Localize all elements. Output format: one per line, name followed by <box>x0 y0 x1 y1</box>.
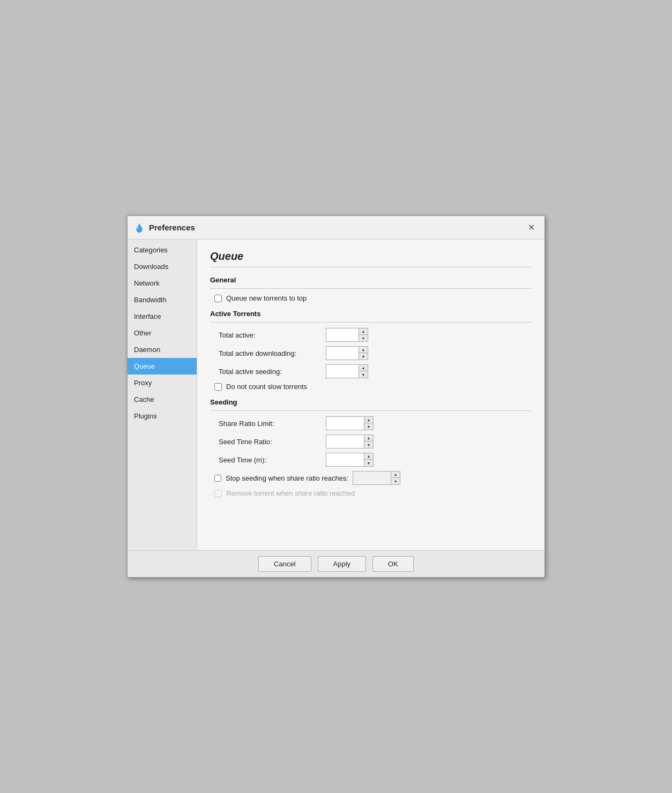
stop-seeding-spin-buttons: ▲ ▼ <box>391 472 400 484</box>
svg-point-1 <box>137 226 139 229</box>
do-not-count-slow-checkbox[interactable] <box>214 383 222 391</box>
share-ratio-limit-input[interactable]: 2.00 <box>326 417 364 430</box>
sidebar-item-daemon[interactable]: Daemon <box>128 341 197 358</box>
apply-button[interactable]: Apply <box>318 556 367 572</box>
seed-time-ratio-up[interactable]: ▲ <box>364 435 373 442</box>
window-title: Preferences <box>149 223 195 232</box>
general-divider <box>210 288 532 289</box>
seed-time-ratio-row: Seed Time Ratio: 7.00 ▲ ▼ <box>210 435 532 448</box>
seed-time-m-row: Seed Time (m): 180 ▲ ▼ <box>210 453 532 467</box>
sidebar-item-network[interactable]: Network <box>128 275 197 291</box>
sidebar-item-proxy[interactable]: Proxy <box>128 375 197 391</box>
seed-time-ratio-label: Seed Time Ratio: <box>219 438 326 446</box>
seed-time-m-spin-buttons: ▲ ▼ <box>364 453 373 466</box>
sidebar-item-cache[interactable]: Cache <box>128 391 197 408</box>
cancel-button[interactable]: Cancel <box>258 556 311 572</box>
stop-seeding-input[interactable]: 2.00 <box>353 472 391 484</box>
share-ratio-limit-spinbox: 2.00 ▲ ▼ <box>326 416 374 430</box>
do-not-count-slow-row: Do not count slow torrents <box>210 383 532 391</box>
share-ratio-limit-down[interactable]: ▼ <box>364 423 373 430</box>
sidebar-item-bandwidth[interactable]: Bandwidth <box>128 291 197 308</box>
seed-time-m-down[interactable]: ▼ <box>364 460 373 466</box>
sidebar-item-downloads[interactable]: Downloads <box>128 258 197 275</box>
total-active-downloading-row: Total active downloading: 3 ▲ ▼ <box>210 346 532 360</box>
seeding-label: Seeding <box>210 398 532 406</box>
share-ratio-limit-label: Share Ratio Limit: <box>219 420 326 428</box>
active-torrents-divider <box>210 322 532 323</box>
seed-time-ratio-spin-buttons: ▲ ▼ <box>364 435 373 448</box>
total-active-seeding-up[interactable]: ▲ <box>359 365 368 371</box>
total-active-up[interactable]: ▲ <box>359 328 368 335</box>
total-active-downloading-label: Total active downloading: <box>219 349 326 357</box>
queue-new-torrents-row: Queue new torrents to top <box>210 294 532 302</box>
section-title: Queue <box>210 250 532 267</box>
seeding-divider <box>210 410 532 411</box>
sidebar-item-plugins[interactable]: Plugins <box>128 408 197 424</box>
total-active-downloading-spinbox: 3 ▲ ▼ <box>326 346 368 360</box>
seed-time-m-input[interactable]: 180 <box>326 453 364 466</box>
title-bar-left: Preferences <box>134 222 195 233</box>
total-active-seeding-row: Total active seeding: 5 ▲ ▼ <box>210 364 532 378</box>
close-button[interactable]: ✕ <box>525 221 538 234</box>
seed-time-ratio-down[interactable]: ▼ <box>364 442 373 448</box>
app-icon <box>134 222 145 233</box>
total-active-spinbox: 8 ▲ ▼ <box>326 328 368 342</box>
total-active-down[interactable]: ▼ <box>359 335 368 341</box>
share-ratio-limit-up[interactable]: ▲ <box>364 417 373 423</box>
total-active-downloading-up[interactable]: ▲ <box>359 347 368 353</box>
total-active-seeding-spin-buttons: ▲ ▼ <box>359 365 368 378</box>
general-label: General <box>210 276 532 284</box>
stop-seeding-spinbox: 2.00 ▲ ▼ <box>353 471 400 485</box>
total-active-downloading-down[interactable]: ▼ <box>359 353 368 360</box>
stop-seeding-row: Stop seeding when share ratio reaches: 2… <box>210 471 532 485</box>
sidebar-item-queue[interactable]: Queue <box>128 358 197 375</box>
share-ratio-limit-spin-buttons: ▲ ▼ <box>364 417 373 430</box>
remove-torrent-checkbox[interactable] <box>214 490 222 497</box>
total-active-seeding-down[interactable]: ▼ <box>359 371 368 378</box>
total-active-row: Total active: 8 ▲ ▼ <box>210 328 532 342</box>
total-active-seeding-label: Total active seeding: <box>219 368 326 376</box>
seed-time-m-up[interactable]: ▲ <box>364 453 373 460</box>
total-active-seeding-input[interactable]: 5 <box>326 365 359 378</box>
total-active-input[interactable]: 8 <box>326 328 359 341</box>
stop-seeding-up[interactable]: ▲ <box>391 472 400 478</box>
queue-new-torrents-label: Queue new torrents to top <box>226 294 307 302</box>
title-bar: Preferences ✕ <box>128 216 544 240</box>
active-torrents-label: Active Torrents <box>210 310 532 318</box>
sidebar: CategoriesDownloadsNetworkBandwidthInter… <box>128 240 197 550</box>
window-body: CategoriesDownloadsNetworkBandwidthInter… <box>128 240 544 550</box>
total-active-spin-buttons: ▲ ▼ <box>359 328 368 341</box>
stop-seeding-checkbox[interactable] <box>214 475 221 482</box>
seed-time-m-label: Seed Time (m): <box>219 456 326 464</box>
total-active-downloading-spin-buttons: ▲ ▼ <box>359 347 368 360</box>
seed-time-ratio-spinbox: 7.00 ▲ ▼ <box>326 435 374 448</box>
total-active-downloading-input[interactable]: 3 <box>326 347 359 360</box>
stop-seeding-down[interactable]: ▼ <box>391 478 400 484</box>
stop-seeding-label: Stop seeding when share ratio reaches: <box>226 474 348 482</box>
seed-time-ratio-input[interactable]: 7.00 <box>326 435 364 448</box>
content-area: Queue General Queue new torrents to top … <box>197 240 544 550</box>
share-ratio-limit-row: Share Ratio Limit: 2.00 ▲ ▼ <box>210 416 532 430</box>
remove-torrent-row: Remove torrent when share ratio reached <box>210 489 532 497</box>
sidebar-item-categories[interactable]: Categories <box>128 242 197 258</box>
remove-torrent-label: Remove torrent when share ratio reached <box>226 489 355 497</box>
bottom-bar: Cancel Apply OK <box>128 550 544 577</box>
do-not-count-slow-label: Do not count slow torrents <box>226 383 307 391</box>
total-active-label: Total active: <box>219 331 326 339</box>
sidebar-item-other[interactable]: Other <box>128 325 197 341</box>
sidebar-item-interface[interactable]: Interface <box>128 308 197 325</box>
queue-new-torrents-checkbox[interactable] <box>214 295 222 302</box>
total-active-seeding-spinbox: 5 ▲ ▼ <box>326 364 368 378</box>
preferences-window: Preferences ✕ CategoriesDownloadsNetwork… <box>127 215 545 578</box>
seed-time-m-spinbox: 180 ▲ ▼ <box>326 453 374 467</box>
ok-button[interactable]: OK <box>372 556 414 572</box>
